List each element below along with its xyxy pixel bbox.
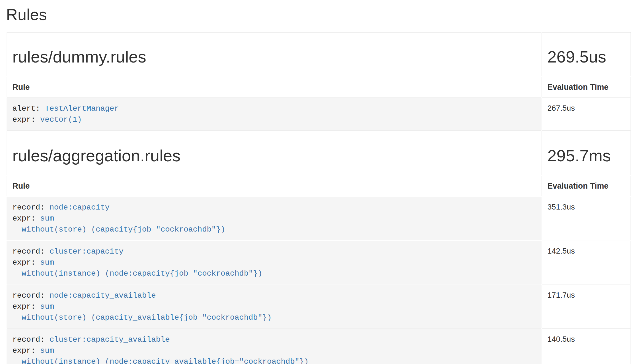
rule-keyword: record: (12, 203, 49, 212)
rule-definition-cell: alert: TestAlertManager expr: vector(1) (7, 98, 541, 131)
evaluation-time-column-header: Evaluation Time (542, 77, 631, 97)
rule-definition-cell: record: node:capacity expr: sum without(… (7, 197, 541, 240)
column-header-row: Rule Evaluation Time (7, 176, 631, 196)
expr-link[interactable]: sum without(instance) (node:capacity_ava… (12, 346, 309, 364)
page-title: Rules (6, 6, 631, 23)
record-name-link[interactable]: cluster:capacity (49, 247, 123, 256)
rule-group-eval-time: 269.5us (547, 48, 625, 66)
rule-eval-time: 140.5us (542, 329, 631, 364)
rule-group-header-row: rules/aggregation.rules 295.7ms (7, 131, 631, 175)
rule-group-eval-time-cell: 269.5us (542, 32, 631, 76)
expr-keyword: expr: (12, 258, 40, 267)
rule-keyword: record: (12, 291, 49, 300)
column-header-row: Rule Evaluation Time (7, 77, 631, 97)
rule-row: record: cluster:capacity expr: sum witho… (7, 241, 631, 284)
expr-link[interactable]: sum without(instance) (node:capacity{job… (12, 258, 262, 278)
rule-code: record: cluster:capacity expr: sum witho… (12, 246, 535, 279)
rule-code: record: node:capacity expr: sum without(… (12, 202, 535, 235)
rule-row: record: cluster:capacity_available expr:… (7, 329, 631, 364)
expr-keyword: expr: (12, 346, 40, 355)
rule-code: record: cluster:capacity_available expr:… (12, 334, 535, 364)
rule-code: alert: TestAlertManager expr: vector(1) (12, 103, 535, 125)
rule-eval-time: 142.5us (542, 241, 631, 284)
record-name-link[interactable]: node:capacity (49, 203, 109, 212)
record-name-link[interactable]: node:capacity_available (49, 291, 156, 300)
rule-keyword: record: (12, 247, 49, 256)
record-name-link[interactable]: cluster:capacity_available (49, 335, 170, 344)
rule-definition-cell: record: cluster:capacity_available expr:… (7, 329, 541, 364)
rule-definition-cell: record: node:capacity_available expr: su… (7, 285, 541, 328)
rule-group-file: rules/aggregation.rules (12, 147, 535, 165)
rule-group-file: rules/dummy.rules (12, 48, 535, 66)
expr-keyword: expr: (12, 214, 40, 223)
rule-row: record: node:capacity expr: sum without(… (7, 197, 631, 240)
expr-keyword: expr: (12, 115, 40, 124)
rule-group-header-row: rules/dummy.rules 269.5us (7, 32, 631, 76)
rule-code: record: node:capacity_available expr: su… (12, 290, 535, 323)
rule-group-file-cell: rules/aggregation.rules (7, 131, 541, 175)
rule-eval-time: 267.5us (542, 98, 631, 131)
rule-eval-time: 351.3us (542, 197, 631, 240)
rule-column-header: Rule (7, 77, 541, 97)
rules-table: rules/dummy.rules 269.5us Rule Evaluatio… (6, 32, 631, 364)
expr-link[interactable]: vector(1) (40, 115, 82, 124)
rule-group-file-cell: rules/dummy.rules (7, 32, 541, 76)
rule-group-eval-time: 295.7ms (547, 147, 625, 165)
evaluation-time-column-header: Evaluation Time (542, 176, 631, 196)
rule-column-header: Rule (7, 176, 541, 196)
expr-link[interactable]: sum without(store) (capacity_available{j… (12, 302, 272, 322)
alert-name-link[interactable]: TestAlertManager (45, 104, 119, 113)
rule-eval-time: 171.7us (542, 285, 631, 328)
rule-row: record: node:capacity_available expr: su… (7, 285, 631, 328)
rule-keyword: record: (12, 335, 49, 344)
expr-link[interactable]: sum without(store) (capacity{job="cockro… (12, 214, 225, 234)
rule-group-eval-time-cell: 295.7ms (542, 131, 631, 175)
expr-keyword: expr: (12, 302, 40, 311)
rule-row: alert: TestAlertManager expr: vector(1) … (7, 98, 631, 131)
rule-definition-cell: record: cluster:capacity expr: sum witho… (7, 241, 541, 284)
rule-keyword: alert: (12, 104, 45, 113)
